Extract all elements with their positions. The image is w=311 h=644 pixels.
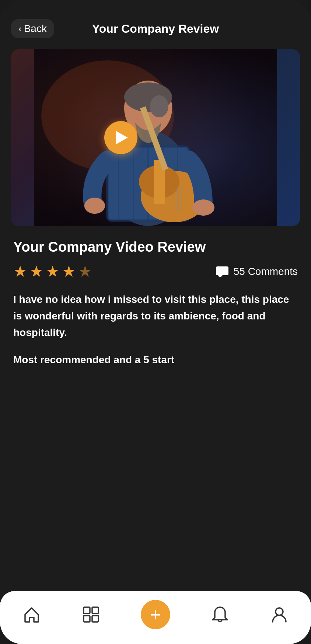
star-5: ★ [78, 262, 92, 280]
content-section: Your Company Video Review ★ ★ ★ ★ ★ 55 C… [0, 226, 311, 591]
nav-grid[interactable] [81, 605, 101, 624]
svg-rect-24 [216, 266, 228, 275]
plus-icon: + [150, 605, 161, 624]
grid-icon [81, 605, 101, 624]
header: ‹ Back Your Company Review [0, 0, 311, 46]
bell-icon [210, 605, 230, 624]
nav-notifications[interactable] [210, 605, 230, 624]
review-text-secondary: Most recommended and a 5 start [13, 352, 298, 368]
bottom-nav: + [0, 591, 311, 644]
star-rating: ★ ★ ★ ★ ★ [13, 262, 92, 280]
svg-rect-28 [84, 616, 90, 622]
meta-row: ★ ★ ★ ★ ★ 55 Comments [13, 262, 298, 280]
play-icon [116, 131, 128, 144]
star-4: ★ [62, 262, 76, 280]
video-background [11, 49, 300, 226]
video-title: Your Company Video Review [13, 239, 298, 255]
comments-label: 55 Comments [234, 266, 298, 277]
nav-add-button[interactable]: + [141, 600, 170, 629]
phone-frame: ‹ Back Your Company Review [0, 0, 311, 644]
review-text-main: I have no idea how i missed to visit thi… [13, 291, 298, 341]
comments-count[interactable]: 55 Comments [216, 266, 298, 277]
play-button[interactable] [104, 121, 137, 154]
comment-icon [216, 266, 228, 277]
nav-profile[interactable] [270, 605, 289, 624]
back-button[interactable]: ‹ Back [11, 19, 54, 38]
svg-point-22 [192, 199, 214, 216]
star-1: ★ [13, 262, 27, 280]
star-2: ★ [29, 262, 43, 280]
page-title: Your Company Review [92, 22, 219, 36]
svg-point-21 [84, 198, 105, 214]
back-label: Back [24, 23, 47, 35]
home-icon [22, 605, 41, 624]
svg-rect-26 [84, 607, 90, 613]
person-icon [270, 605, 289, 624]
svg-point-30 [276, 608, 283, 615]
video-thumbnail[interactable] [11, 49, 300, 226]
nav-home[interactable] [22, 605, 41, 624]
back-chevron-icon: ‹ [18, 23, 22, 35]
star-3: ★ [46, 262, 60, 280]
svg-marker-25 [218, 275, 223, 277]
svg-point-6 [150, 95, 168, 117]
svg-rect-29 [92, 616, 98, 622]
svg-rect-27 [92, 607, 98, 613]
